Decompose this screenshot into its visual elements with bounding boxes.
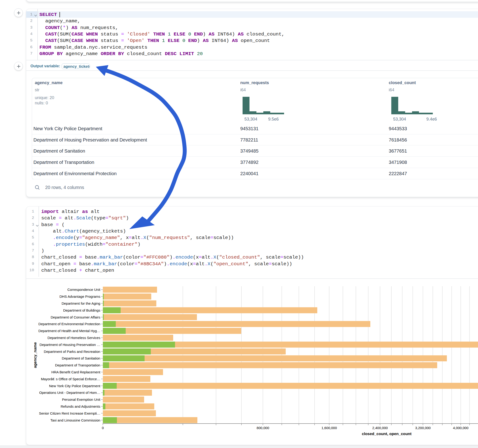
- svg-text:Department of Housing Preserva: Department of Housing Preservation …: [40, 343, 100, 347]
- svg-text:Department of Sanitation: Department of Sanitation: [62, 356, 100, 360]
- svg-text:Department of Homeless Service: Department of Homeless Services: [48, 336, 100, 340]
- svg-text:Mayorâ€ s Office of Special E: Mayorâ€ s Office of Special Enforce…: [41, 377, 100, 381]
- svg-text:Refunds and Adjustments: Refunds and Adjustments: [61, 404, 100, 408]
- svg-text:Department of Environmental Pr: Department of Environmental Protection: [38, 322, 100, 326]
- svg-text:0: 0: [102, 426, 104, 430]
- svg-text:Senior Citizen Rent Increase E: Senior Citizen Rent Increase Exempti…: [39, 411, 100, 415]
- svg-text:DHS Advantage Programs: DHS Advantage Programs: [59, 294, 100, 299]
- svg-text:closed_count, open_count: closed_count, open_count: [362, 432, 412, 436]
- svg-text:Personal Exemption Unit: Personal Exemption Unit: [62, 398, 101, 401]
- svg-text:Department of Parks and Recrea: Department of Parks and Recreation: [44, 350, 100, 354]
- svg-text:Taxi and Limousine Commission: Taxi and Limousine Commission: [50, 418, 100, 422]
- svg-text:800,000: 800,000: [257, 426, 269, 430]
- svg-text:Operations Unit - Department o: Operations Unit - Department of Hom…: [39, 391, 100, 395]
- svg-text:3,200,000: 3,200,000: [415, 426, 431, 430]
- svg-text:Department of Buildings: Department of Buildings: [63, 308, 100, 312]
- svg-text:Department of Transportation: Department of Transportation: [55, 363, 100, 367]
- svg-text:1,600,000: 1,600,000: [321, 426, 337, 430]
- svg-text:New York City Police Departmen: New York City Police Department: [49, 384, 101, 388]
- svg-text:agency_name: agency_name: [33, 342, 37, 368]
- svg-text:Department of Health and Menta: Department of Health and Mental Hyg…: [38, 329, 100, 333]
- svg-text:Department for the Aging: Department for the Aging: [62, 301, 100, 305]
- svg-text:2,400,000: 2,400,000: [372, 426, 388, 430]
- svg-text:4,000,000: 4,000,000: [453, 426, 468, 430]
- svg-text:HRA Benefit Card Replacement: HRA Benefit Card Replacement: [51, 370, 101, 374]
- svg-text:Correspondence Unit: Correspondence Unit: [67, 288, 100, 292]
- svg-text:Department of Consumer Affairs: Department of Consumer Affairs: [51, 315, 100, 319]
